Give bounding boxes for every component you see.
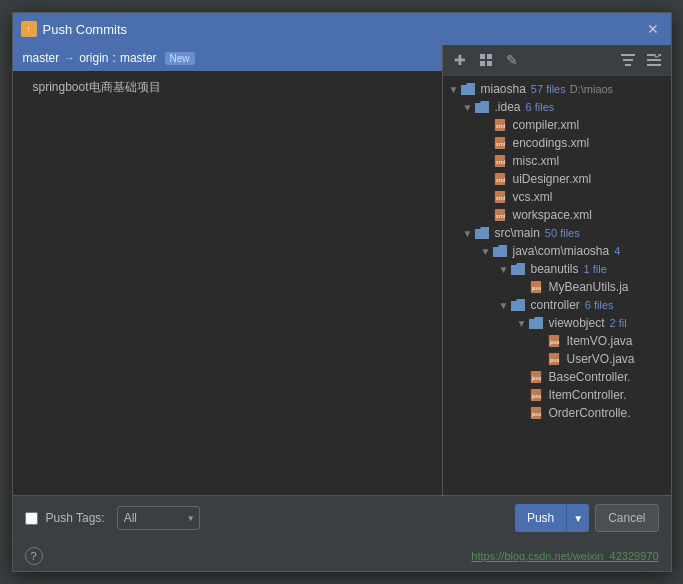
tree-label: ItemController.	[549, 388, 627, 402]
tree-label: OrderControlle.	[549, 406, 631, 420]
svg-text:java: java	[548, 339, 559, 345]
tree-row[interactable]: java OrderControlle.	[443, 404, 671, 422]
tree-row[interactable]: xml misc.xml	[443, 152, 671, 170]
cancel-button[interactable]: Cancel	[595, 504, 658, 532]
tree-row[interactable]: java ItemVO.java	[443, 332, 671, 350]
branch-row: master → origin : master New	[13, 45, 442, 71]
tags-select[interactable]: All Annotated None	[117, 506, 200, 530]
left-panel: master → origin : master New springboot电…	[13, 45, 443, 495]
right-panel: ✚ ✎	[443, 45, 671, 495]
filter-button[interactable]	[643, 49, 665, 71]
tree-label: BaseController.	[549, 370, 631, 384]
tree-meta: 1 file	[584, 263, 607, 275]
dialog-content: master → origin : master New springboot电…	[13, 45, 671, 495]
tree-row[interactable]: ▼ controller 6 files	[443, 296, 671, 314]
new-badge: New	[165, 52, 195, 65]
edit-button[interactable]: ✎	[501, 49, 523, 71]
svg-rect-9	[647, 64, 661, 66]
tree-row[interactable]: java BaseController.	[443, 368, 671, 386]
help-button[interactable]: ?	[25, 547, 43, 565]
tree-row[interactable]: xml compiler.xml	[443, 116, 671, 134]
commits-list: springboot电商基础项目	[13, 71, 442, 495]
push-button-label[interactable]: Push	[515, 504, 567, 532]
svg-rect-5	[623, 59, 633, 61]
expand-arrow[interactable]: ▼	[447, 84, 461, 95]
tree-view: ▼ miaosha 57 files D:\miaos ▼ .idea	[443, 76, 671, 495]
watermark-link[interactable]: https://blog.csdn.net/weixin_42329970	[471, 550, 658, 562]
tree-row[interactable]: ▼ miaosha 57 files D:\miaos	[443, 80, 671, 98]
tree-meta: 2 fil	[610, 317, 627, 329]
dialog-title: Push Commits	[43, 22, 643, 37]
tree-label: viewobject	[549, 316, 605, 330]
tags-select-wrapper: All Annotated None	[117, 506, 200, 530]
tree-row[interactable]: xml workspace.xml	[443, 206, 671, 224]
tree-row[interactable]: ▼ src\main 50 files	[443, 224, 671, 242]
svg-text:java: java	[530, 285, 541, 291]
tree-row[interactable]: java MyBeanUtils.ja	[443, 278, 671, 296]
svg-rect-4	[621, 54, 635, 56]
tree-row[interactable]: ▼ viewobject 2 fil	[443, 314, 671, 332]
folder-icon	[461, 83, 477, 95]
tree-meta: 57 files	[531, 83, 566, 95]
tree-label: miaosha	[481, 82, 526, 96]
svg-rect-8	[647, 59, 661, 61]
svg-text:xml: xml	[495, 177, 504, 183]
bottom-actions: Push ▼ Cancel	[515, 504, 659, 532]
expand-arrow[interactable]: ▼	[497, 264, 511, 275]
expand-arrow[interactable]: ▼	[461, 228, 475, 239]
java-file-icon: java	[547, 335, 563, 347]
tree-label: src\main	[495, 226, 540, 240]
tree-row[interactable]: ▼ java\com\miaosha 4	[443, 242, 671, 260]
svg-text:xml: xml	[495, 123, 504, 129]
tree-label: java\com\miaosha	[513, 244, 610, 258]
expand-arrow[interactable]: ▼	[497, 300, 511, 311]
xml-file-icon: xml	[493, 119, 509, 131]
svg-rect-0	[480, 54, 485, 59]
title-bar: ↑ Push Commits ✕	[13, 13, 671, 45]
tree-row[interactable]: xml encodings.xml	[443, 134, 671, 152]
folder-icon	[493, 245, 509, 257]
svg-rect-2	[480, 61, 485, 66]
tree-row[interactable]: ▼ beanutils 1 file	[443, 260, 671, 278]
tree-row[interactable]: java ItemController.	[443, 386, 671, 404]
svg-rect-1	[487, 54, 492, 59]
branch-from: master	[23, 51, 60, 65]
tree-label: workspace.xml	[513, 208, 592, 222]
grid-button[interactable]	[475, 49, 497, 71]
tree-row[interactable]: xml uiDesigner.xml	[443, 170, 671, 188]
svg-text:java: java	[530, 393, 541, 399]
tree-meta: 6 files	[526, 101, 555, 113]
add-button[interactable]: ✚	[449, 49, 471, 71]
tree-label: encodings.xml	[513, 136, 590, 150]
push-button-dropdown[interactable]: ▼	[567, 504, 589, 532]
commit-message: springboot电商基础项目	[33, 80, 161, 94]
java-file-icon: java	[529, 407, 545, 419]
tree-meta: 4	[614, 245, 620, 257]
tree-label: .idea	[495, 100, 521, 114]
java-file-icon: java	[529, 389, 545, 401]
svg-text:java: java	[548, 357, 559, 363]
xml-file-icon: xml	[493, 155, 509, 167]
svg-rect-6	[625, 64, 631, 66]
tree-extra: D:\miaos	[570, 83, 613, 95]
expand-arrow[interactable]: ▼	[479, 246, 493, 257]
tree-row[interactable]: ▼ .idea 6 files	[443, 98, 671, 116]
right-toolbar: ✚ ✎	[443, 45, 671, 76]
push-button[interactable]: Push ▼	[515, 504, 589, 532]
tree-row[interactable]: xml vcs.xml	[443, 188, 671, 206]
push-commits-dialog: ↑ Push Commits ✕ master → origin : maste…	[12, 12, 672, 572]
tree-label: UserVO.java	[567, 352, 635, 366]
folder-icon	[475, 227, 491, 239]
tree-row[interactable]: java UserVO.java	[443, 350, 671, 368]
commit-item[interactable]: springboot电商基础项目	[13, 75, 442, 100]
branch-arrow: →	[63, 51, 75, 65]
xml-file-icon: xml	[493, 137, 509, 149]
expand-arrow[interactable]: ▼	[515, 318, 529, 329]
close-button[interactable]: ✕	[643, 19, 663, 39]
folder-icon	[475, 101, 491, 113]
tree-label: controller	[531, 298, 580, 312]
xml-file-icon: xml	[493, 173, 509, 185]
push-tags-checkbox[interactable]	[25, 512, 38, 525]
expand-arrow[interactable]: ▼	[461, 102, 475, 113]
sort-button[interactable]	[617, 49, 639, 71]
